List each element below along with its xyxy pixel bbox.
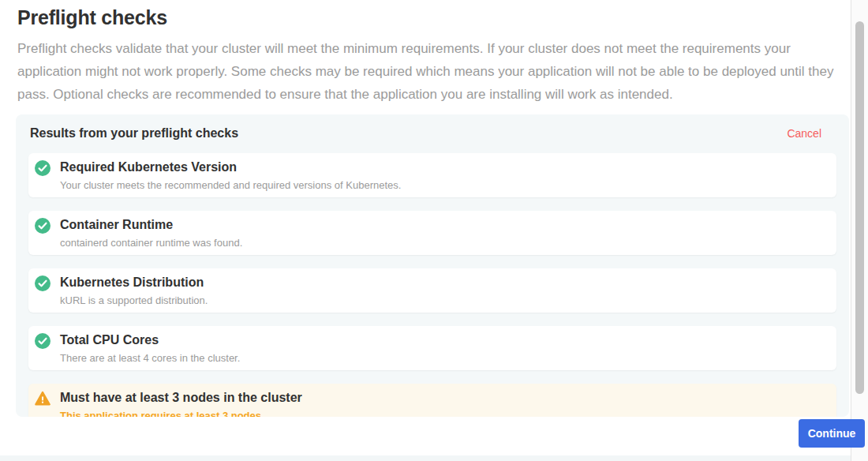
check-circle-icon <box>35 275 51 291</box>
check-circle-icon <box>35 160 51 176</box>
cancel-link[interactable]: Cancel <box>787 127 821 140</box>
results-title: Results from your preflight checks <box>30 126 238 141</box>
check-item-kubernetes-version: Required Kubernetes Version Your cluster… <box>28 153 836 197</box>
warning-triangle-icon <box>35 391 51 407</box>
page-content: Preflight checks Preflight checks valida… <box>17 0 838 106</box>
check-item-container-runtime: Container Runtime containerd container r… <box>28 211 836 255</box>
check-message: kURL is a supported distribution. <box>60 294 208 306</box>
check-title: Total CPU Cores <box>60 333 240 347</box>
check-item-total-cpu-cores: Total CPU Cores There are at least 4 cor… <box>28 326 836 370</box>
check-item-node-count-warning: Must have at least 3 nodes in the cluste… <box>28 384 836 417</box>
page-title: Preflight checks <box>17 6 838 29</box>
page-bottom-edge <box>0 455 851 461</box>
check-title: Kubernetes Distribution <box>60 275 208 290</box>
check-title: Container Runtime <box>60 218 242 232</box>
check-message: There are at least 4 cores in the cluste… <box>60 352 240 364</box>
check-circle-icon <box>35 333 51 349</box>
scrollbar-thumb[interactable] <box>855 21 864 394</box>
check-title: Must have at least 3 nodes in the cluste… <box>60 391 302 405</box>
check-message: This application requires at least 3 nod… <box>60 410 302 417</box>
check-circle-icon <box>35 218 51 234</box>
results-header: Results from your preflight checks Cance… <box>16 114 849 141</box>
preflight-results-panel: Results from your preflight checks Cance… <box>16 114 849 417</box>
page-description: Preflight checks validate that your clus… <box>17 37 838 106</box>
check-item-kubernetes-distribution: Kubernetes Distribution kURL is a suppor… <box>28 268 836 313</box>
check-list: Required Kubernetes Version Your cluster… <box>16 153 849 417</box>
check-message: containerd container runtime was found. <box>60 237 242 249</box>
check-title: Required Kubernetes Version <box>60 160 401 174</box>
check-message: Your cluster meets the recommended and r… <box>60 179 401 191</box>
continue-button[interactable]: Continue <box>799 419 865 448</box>
